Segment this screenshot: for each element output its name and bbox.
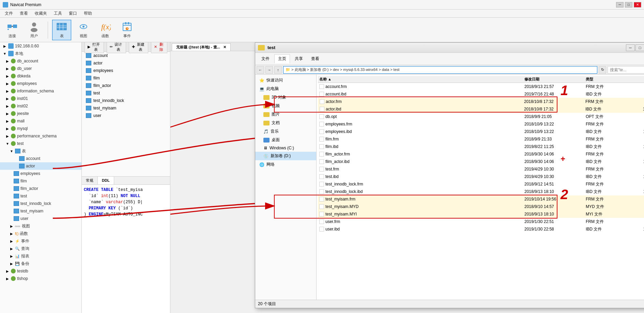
sidebar-db-inst02[interactable]: ▶ inst02 bbox=[0, 102, 81, 110]
fe-address-input[interactable]: 📁 > 此电脑 > 新加卷 (D:) > dev > mysql-5.6.33-… bbox=[283, 66, 597, 74]
fe-ribbon-tab-view[interactable]: 查看 bbox=[308, 55, 323, 63]
sidebar-db-mysql[interactable]: ▶ mysql bbox=[0, 125, 81, 132]
sidebar-category-table[interactable]: ▼ 表 bbox=[0, 147, 81, 155]
file-employees-frm[interactable]: employees.frm 2018/10/9 13:22 FRM 文件 9 K bbox=[318, 120, 644, 128]
fe-ribbon-tab-share[interactable]: 共享 bbox=[291, 55, 306, 63]
file-user-ibd[interactable]: user.ibd 2019/1/30 22:58 IBD 文件 128 K bbox=[318, 225, 644, 233]
fe-nav-network[interactable]: 🌐 网络 bbox=[255, 160, 316, 169]
menu-view[interactable]: 查看 bbox=[16, 10, 31, 17]
tab-ddl[interactable]: DDL bbox=[98, 177, 114, 184]
sidebar-db-employees[interactable]: ▶ employees bbox=[0, 80, 81, 87]
sidebar-category-query[interactable]: ▶ 🔍 查询 bbox=[0, 245, 81, 252]
sidebar-db-db_user[interactable]: ▶ db_user bbox=[0, 65, 81, 72]
sidebar-db-performance_schema[interactable]: ▶ performance_schema bbox=[0, 132, 81, 140]
sidebar-table-test_myisam[interactable]: test_myisam bbox=[0, 207, 81, 215]
sidebar-table-employees[interactable]: employees bbox=[0, 170, 81, 177]
sidebar-category-function[interactable]: ▶ f() 函数 bbox=[0, 230, 81, 237]
fe-search-input[interactable] bbox=[608, 66, 644, 74]
file-db-opt[interactable]: db.opt 2018/9/9 21:05 OPT 文件 1 K bbox=[318, 113, 644, 120]
file-test_myisam-myi[interactable]: test_myisam.MYI 2018/9/13 18:10 MYI 文件 2… bbox=[318, 210, 644, 218]
fe-nav-music[interactable]: 🎵 音乐 bbox=[255, 127, 316, 136]
design-table-btn[interactable]: ✏ 设计表 bbox=[107, 42, 126, 53]
close-btn[interactable]: ✕ bbox=[634, 2, 641, 8]
fe-ribbon-tab-home[interactable]: 主页 bbox=[274, 54, 290, 63]
sidebar-connection-local[interactable]: ▼ 本地 bbox=[0, 50, 81, 57]
file-test_innodb_lock-ibd[interactable]: test_innodb_lock.ibd 2018/9/13 18:10 IBD… bbox=[318, 188, 644, 195]
fe-nav-desktop[interactable]: 桌面 bbox=[255, 136, 316, 144]
file-test-frm[interactable]: test.frm 2019/4/29 10:30 FRM 文件 9 K bbox=[318, 165, 644, 173]
sidebar-table-account[interactable]: ▶ account bbox=[0, 155, 81, 162]
fe-forward-btn[interactable]: → bbox=[265, 66, 273, 74]
fe-back-btn[interactable]: ← bbox=[257, 66, 264, 74]
sidebar-category-report[interactable]: ▶ 📊 报表 bbox=[0, 252, 81, 260]
new-table-btn[interactable]: ✚ 新建表 bbox=[129, 42, 148, 53]
sidebar-db-dbkeda[interactable]: ▶ dbkeda bbox=[0, 72, 81, 80]
sidebar-db-information_schema[interactable]: ▶ information_schema bbox=[0, 87, 81, 95]
sidebar-table-user[interactable]: user bbox=[0, 215, 81, 222]
sidebar-table-test[interactable]: test bbox=[0, 192, 81, 200]
file-film_actor-ibd[interactable]: film_actor.ibd 2018/9/30 14:06 IBD 文件 11… bbox=[318, 158, 644, 165]
col-name[interactable]: 名称 ▲ bbox=[319, 77, 524, 82]
obj-test_innodb_lock[interactable]: test_innodb_lock bbox=[82, 97, 170, 104]
menu-help[interactable]: 帮助 bbox=[80, 10, 95, 17]
toolbar-table[interactable]: 表 bbox=[52, 20, 71, 40]
obj-actor[interactable]: actor bbox=[82, 59, 170, 67]
sidebar-table-test_innodb_lock[interactable]: test_innodb_lock bbox=[0, 200, 81, 207]
file-film_actor-frm[interactable]: film_actor.frm 2018/9/30 14:06 FRM 文件 9 … bbox=[318, 150, 644, 158]
sql-editor[interactable]: CREATE TABLE `test_myisa `id` int(11) NO… bbox=[82, 184, 170, 313]
fe-nav-computer[interactable]: 💻 此电脑 bbox=[255, 85, 316, 93]
delete-table-btn[interactable]: ✕ 删除 bbox=[151, 42, 167, 53]
toolbar-view[interactable]: 视图 bbox=[74, 20, 93, 40]
sidebar-category-event[interactable]: ▶ ⚡ 事件 bbox=[0, 237, 81, 245]
file-account-frm[interactable]: account.frm 2018/9/13 21:57 FRM 文件 9 K bbox=[318, 83, 644, 90]
file-test_myisam-frm[interactable]: test_myisam.frm 2019/10/14 19:56 FRM 文件 … bbox=[318, 195, 644, 203]
fe-nav-pictures[interactable]: 图片 bbox=[255, 110, 316, 119]
fe-nav-winc[interactable]: 🖥 Windows (C:) bbox=[255, 144, 316, 152]
menu-window[interactable]: 窗口 bbox=[65, 10, 80, 17]
fe-ribbon-tab-file[interactable]: 文件 bbox=[258, 55, 273, 63]
sidebar-table-film_actor[interactable]: film_actor bbox=[0, 185, 81, 192]
sidebar-db-inst01[interactable]: ▶ inst01 bbox=[0, 95, 81, 102]
file-test-ibd[interactable]: test.ibd 2019/4/29 10:30 IBD 文件 128 K bbox=[318, 173, 644, 180]
fe-nav-drivd[interactable]: 💿 新加卷 (D:) bbox=[255, 152, 316, 160]
menu-tools[interactable]: 工具 bbox=[50, 10, 65, 17]
file-film-frm[interactable]: film.frm 2018/9/9 21:33 FRM 文件 9 K bbox=[318, 135, 644, 143]
sidebar-db-testdb[interactable]: ▶ testdb bbox=[0, 267, 81, 275]
fe-nav-video[interactable]: 视频 bbox=[255, 102, 316, 110]
obj-test_myisam[interactable]: test_myisam bbox=[82, 104, 170, 112]
sidebar-db-db_account[interactable]: ▶ db_account bbox=[0, 57, 81, 65]
fe-refresh-btn[interactable]: ↻ bbox=[599, 66, 606, 74]
menu-file[interactable]: 文件 bbox=[1, 10, 16, 17]
file-test_innodb_lock-frm[interactable]: test_innodb_lock.frm 2018/9/12 14:51 FRM… bbox=[318, 180, 644, 188]
file-film-ibd[interactable]: film.ibd 2019/8/22 11:25 IBD 文件 112 K bbox=[318, 143, 644, 150]
obj-test[interactable]: test bbox=[82, 89, 170, 97]
sidebar-connection-remote[interactable]: ▶ 192.168.0.60 bbox=[0, 42, 81, 50]
fe-up-btn[interactable]: ↑ bbox=[274, 66, 282, 74]
file-user-frm[interactable]: user.frm 2019/1/30 22:51 FRM 文件 9 K bbox=[318, 218, 644, 225]
obj-film_actor[interactable]: film_actor bbox=[82, 82, 170, 89]
fe-nav-3d[interactable]: 3D 对象 bbox=[255, 93, 316, 102]
tab-close-btn[interactable]: ✕ bbox=[223, 45, 226, 49]
file-actor-ibd[interactable]: actor.ibd 2018/10/8 17:32 IBD 文件 112 K bbox=[318, 105, 644, 113]
sidebar-db-jeesite[interactable]: ▶ jeesite bbox=[0, 110, 81, 117]
toolbar-event[interactable]: 事件 bbox=[118, 20, 137, 40]
fe-maximize-btn[interactable]: □ bbox=[635, 44, 644, 51]
tab-normal[interactable]: 常规 bbox=[82, 177, 98, 184]
file-test_myisam-myd[interactable]: test_myisam.MYD 2018/9/10 14:57 MYD 文件 1… bbox=[318, 203, 644, 210]
minimize-btn[interactable]: ─ bbox=[616, 2, 624, 8]
sidebar-db-test[interactable]: ▼ test bbox=[0, 140, 81, 147]
obj-employees[interactable]: employees bbox=[82, 67, 170, 74]
open-table-btn[interactable]: ▶ 打开表 bbox=[85, 42, 104, 53]
sidebar-table-actor[interactable]: ▶ actor bbox=[0, 162, 81, 170]
sidebar-table-film[interactable]: film bbox=[0, 177, 81, 185]
file-account-ibd[interactable]: account.ibd 2019/7/16 21:48 IBD 文件 96 K bbox=[318, 90, 644, 98]
sidebar-category-backup[interactable]: ▶ 💾 备份 bbox=[0, 260, 81, 267]
toolbar-user[interactable]: 用户 bbox=[25, 20, 44, 40]
fe-minimize-btn[interactable]: ─ bbox=[626, 44, 635, 51]
maximize-btn[interactable]: □ bbox=[625, 2, 632, 8]
col-type[interactable]: 类型 bbox=[586, 77, 627, 82]
obj-user[interactable]: user bbox=[82, 112, 170, 119]
sidebar-db-mall[interactable]: ▶ mall bbox=[0, 117, 81, 125]
obj-account[interactable]: account bbox=[82, 52, 170, 59]
obj-film[interactable]: film bbox=[82, 74, 170, 82]
